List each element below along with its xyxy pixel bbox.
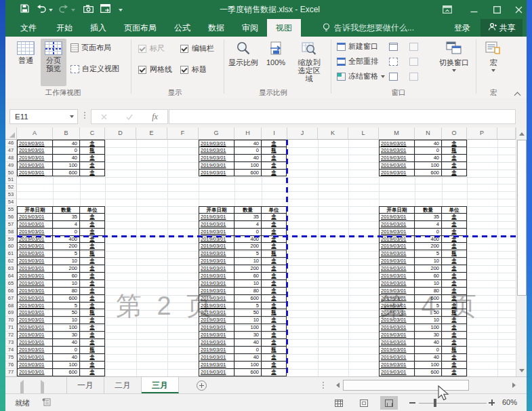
cell-unit[interactable]: 盒: [80, 354, 105, 361]
cell-date[interactable]: 2019/03/01: [17, 347, 53, 354]
ribbon-display-options-icon[interactable]: [437, 0, 457, 19]
cell-unit[interactable]: 盒: [80, 361, 105, 369]
column-header-M[interactable]: M: [379, 128, 415, 140]
cell-date[interactable]: 2019/03/01: [379, 229, 415, 236]
cell-date[interactable]: 2019/03/01: [199, 273, 234, 280]
row-header[interactable]: 52: [5, 184, 16, 191]
column-header-I[interactable]: I: [262, 128, 287, 140]
macro-record-icon[interactable]: [42, 398, 51, 408]
cell-empty[interactable]: [53, 184, 80, 191]
cell-date[interactable]: 2019/03/01: [379, 170, 415, 177]
table-header-cell[interactable]: 数量: [234, 206, 262, 214]
cell-empty[interactable]: [53, 191, 80, 199]
cell-date[interactable]: 2019/03/01: [17, 250, 53, 258]
cell-empty[interactable]: [262, 184, 287, 191]
select-all-button[interactable]: [5, 128, 17, 140]
cell-unit[interactable]: 盒: [442, 170, 467, 177]
cell-qty[interactable]: 35: [234, 214, 262, 221]
row-header[interactable]: 67: [5, 295, 16, 302]
tab-file[interactable]: 文件: [9, 19, 47, 37]
cell-unit[interactable]: 盒: [262, 280, 287, 288]
cell-date[interactable]: 2019/03/01: [17, 339, 53, 347]
customize-qat-icon[interactable]: [119, 9, 123, 14]
cell-qty[interactable]: 40: [53, 354, 80, 361]
row-header[interactable]: 49: [5, 162, 16, 170]
cell-unit[interactable]: 盒: [262, 155, 287, 162]
cell-date[interactable]: 2019/03/01: [17, 140, 53, 147]
cell-date[interactable]: 2019/03/01: [199, 354, 234, 361]
cell-empty[interactable]: [199, 184, 234, 191]
cell-date[interactable]: 2019/03/01: [199, 162, 234, 170]
cell-qty[interactable]: 4: [53, 221, 80, 229]
cell-empty[interactable]: [234, 199, 262, 206]
row-header[interactable]: 75: [5, 354, 16, 361]
row-header[interactable]: 72: [5, 332, 16, 339]
row-header[interactable]: 50: [5, 170, 16, 177]
cell-date[interactable]: 2019/03/01: [17, 295, 53, 302]
cell-unit[interactable]: 盒: [262, 295, 287, 302]
page-break-preview-shortcut[interactable]: [380, 396, 398, 410]
cell-qty[interactable]: 10: [234, 280, 262, 288]
cell-qty[interactable]: 600: [234, 295, 262, 302]
row-header[interactable]: 74: [5, 347, 16, 354]
zoom-slider-track[interactable]: [419, 403, 487, 404]
cell-date[interactable]: 2019/03/01: [199, 332, 234, 339]
name-box[interactable]: E11: [9, 109, 78, 124]
save-icon[interactable]: [20, 3, 29, 16]
tab-insert[interactable]: 插入: [81, 19, 115, 37]
cell-empty[interactable]: [442, 191, 467, 199]
cell-qty[interactable]: 10: [234, 317, 262, 324]
cell-qty[interactable]: 0: [234, 147, 262, 155]
row-header[interactable]: 54: [5, 199, 16, 206]
table-header-cell[interactable]: 数量: [53, 206, 80, 214]
switch-windows-button[interactable]: 切换窗口: [436, 39, 472, 86]
row-header[interactable]: 55: [5, 206, 16, 214]
row-header[interactable]: 48: [5, 155, 16, 162]
cell-date[interactable]: 2019/03/01: [17, 214, 53, 221]
cell-date[interactable]: 2019/03/01: [379, 147, 415, 155]
undo-dropdown-icon[interactable]: [49, 9, 53, 14]
cell-unit[interactable]: 盒: [80, 317, 105, 324]
cell-qty[interactable]: 100: [415, 162, 442, 170]
cell-unit[interactable]: 盒: [442, 361, 467, 369]
row-header[interactable]: 56: [5, 214, 16, 221]
cell-qty[interactable]: 5: [53, 250, 80, 258]
cell-qty[interactable]: 600: [53, 170, 80, 177]
page-break-preview-button[interactable]: 分页预览: [41, 39, 66, 86]
formula-bar-checkbox[interactable]: 编辑栏: [180, 43, 214, 54]
cell-qty[interactable]: 50: [415, 309, 442, 317]
cell-empty[interactable]: [53, 176, 80, 184]
cell-unit[interactable]: 盒: [262, 273, 287, 280]
cell-empty[interactable]: [415, 176, 442, 184]
cell-date[interactable]: 2019/03/01: [199, 369, 234, 376]
cell-date[interactable]: 2019/03/01: [199, 229, 234, 236]
cell-unit[interactable]: 盒: [442, 273, 467, 280]
zoom-slider-thumb[interactable]: [434, 399, 436, 407]
cell-date[interactable]: 2019/03/01: [17, 243, 53, 250]
cell-unit[interactable]: 盒: [442, 369, 467, 376]
cell-date[interactable]: 2019/03/01: [17, 170, 53, 177]
cell-date[interactable]: 2019/03/01: [379, 243, 415, 250]
cell-unit[interactable]: 盒: [80, 280, 105, 288]
cell-unit[interactable]: 盒: [442, 140, 467, 147]
cell-empty[interactable]: [379, 199, 415, 206]
cell-qty[interactable]: 80: [53, 288, 80, 295]
cell-unit[interactable]: 盒: [262, 221, 287, 229]
cell-date[interactable]: 2019/03/01: [379, 347, 415, 354]
cell-unit[interactable]: 盒: [262, 170, 287, 177]
cell-unit[interactable]: 盒: [80, 221, 105, 229]
cell-unit[interactable]: 盒: [80, 339, 105, 347]
table-header-cell[interactable]: 单位: [262, 206, 287, 214]
column-header-C[interactable]: C: [80, 128, 105, 140]
cell-date[interactable]: 2019/03/01: [199, 147, 234, 155]
cell-unit[interactable]: 盒: [80, 258, 105, 265]
cell-unit[interactable]: 瓶: [80, 250, 105, 258]
cell-qty[interactable]: 0: [234, 229, 262, 236]
table-header-cell[interactable]: 开单日期: [17, 206, 53, 214]
cell-unit[interactable]: 瓶: [442, 147, 467, 155]
cell-date[interactable]: 2019/03/01: [199, 221, 234, 229]
cell-qty[interactable]: 60: [415, 273, 442, 280]
cell-unit[interactable]: 盒: [262, 243, 287, 250]
cell-qty[interactable]: 10: [415, 317, 442, 324]
cell-empty[interactable]: [234, 191, 262, 199]
